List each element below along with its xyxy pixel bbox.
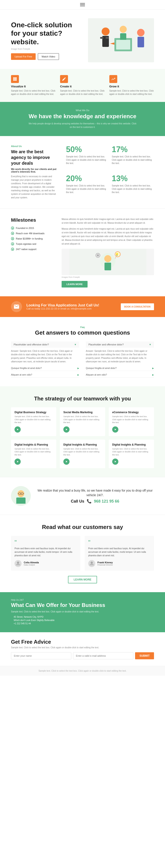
feature-icon-2 <box>109 75 117 83</box>
get-advice-section: Get Free Advice Sample text. Click to se… <box>0 632 165 666</box>
team-card-title-4: Digital Insights & Planning <box>63 443 102 446</box>
author-info-1: Frank Kinney Financial Director <box>97 561 113 566</box>
faq-question-1[interactable]: Placeholder and offensive dolor? ▼ <box>86 341 154 348</box>
faq-question-0[interactable]: Placeholder and offensive dolor? ▼ <box>11 341 79 348</box>
faq-answer-1: Answer: Sample text. Click to select the… <box>86 349 154 364</box>
cta-banner-section: Looking For Visa Applications Just Call … <box>0 296 165 317</box>
svg-rect-4 <box>106 37 109 39</box>
testimonial-text-0: Proin sed libero enim sed faucibus turpi… <box>14 547 77 557</box>
faq-grid: Placeholder and offensive dolor? ▼ Answe… <box>11 341 154 377</box>
feature-desc-1: Sample text. Click to select the text bo… <box>60 89 105 96</box>
quote-mark-1: " <box>88 539 151 546</box>
hero-image <box>85 18 154 62</box>
advice-email-input[interactable] <box>73 652 133 659</box>
hero-illustration <box>88 18 154 62</box>
help-small-label: Help Us 24/7 <box>11 599 154 601</box>
team-card-btn-3[interactable] <box>14 459 21 465</box>
hero-image-label: Image from Freepik <box>11 48 80 50</box>
faq-sub2-left[interactable]: Aliquam at sem odio? ▶ <box>11 372 79 377</box>
svg-point-14 <box>104 255 111 262</box>
svg-rect-8 <box>137 37 144 47</box>
feature-title-1: Create it <box>60 85 105 88</box>
feature-title-0: Visualize It <box>11 85 56 88</box>
team-card-desc-2: Sample text. Click to select the text bo… <box>112 415 151 424</box>
faq-column-right: Placeholder and offensive dolor? ▼ Answe… <box>86 341 154 377</box>
watch-video-button[interactable]: Watch Video <box>38 53 59 60</box>
advice-submit-button[interactable]: SUBMIT <box>135 652 154 659</box>
team-card-btn-0[interactable] <box>14 426 21 433</box>
milestones-image-label: Images from Freepik <box>62 276 154 278</box>
testimonial-card-1: " Proin sed libero enim sed faucibus tur… <box>85 536 154 570</box>
team-card-title-0: Digital Business Strategy <box>14 411 53 414</box>
milestone-dot-1 <box>11 232 14 235</box>
milestones-right: Massa ultricies mi quis hendrerit dolor … <box>62 217 154 287</box>
milestone-dot-4 <box>11 248 14 251</box>
hero-title: One-click solution for your static? webs… <box>11 21 80 46</box>
hamburger-menu[interactable] <box>80 3 85 6</box>
help-section: Help Us 24/7 What Can We Offer for Your … <box>0 592 165 632</box>
testimonials-footer: LEARN MORE <box>11 576 154 583</box>
team-card-btn-4[interactable] <box>63 459 69 465</box>
milestone-item-0: Founded in 2015 <box>11 226 55 229</box>
teamwork-title: The strategy of our teamwork with you <box>11 395 154 402</box>
help-title: What Can We Offer for Your Business <box>11 602 154 608</box>
team-card-0: Digital Business Strategy Sample text. C… <box>11 407 56 436</box>
milestones-text2: Massa ultricies mi quis hendrerit dolor … <box>62 227 154 246</box>
what-we-do-desc: We help people design & develop amazing … <box>28 122 137 129</box>
feature-item-1: Create it Sample text. Click to select t… <box>60 75 105 96</box>
stat-item-3: 13% Sample text. Click to select the tex… <box>112 174 154 199</box>
faq-sub1-right[interactable]: Quisque fringilla sit amet dolor? ▶ <box>86 366 154 371</box>
milestones-left: Milestones Founded in 2015 Reach over 4M… <box>11 217 55 287</box>
svg-point-28 <box>17 562 19 564</box>
feature-icon-0 <box>11 75 19 83</box>
feature-desc-0: Sample text. Click to select the text bo… <box>11 89 56 96</box>
about-right: 50% Sample text. Click to select the tex… <box>66 145 154 199</box>
team-card-title-3: Digital Insights & Planning <box>14 443 53 446</box>
team-card-btn-1[interactable] <box>63 426 69 433</box>
features-section: Visualize It Sample text. Click to selec… <box>0 69 165 102</box>
hero-buttons: Upload For Free Watch Video <box>11 53 80 60</box>
author-info-0: Celia Almeda Data Analyst <box>24 561 39 566</box>
team-card-btn-2[interactable] <box>112 426 118 433</box>
faq-label: Faq <box>11 326 154 329</box>
faq-section: Faq Get answers to common questions Plac… <box>0 317 165 386</box>
learn-more-button[interactable]: LEARN MORE <box>62 281 88 287</box>
author-name-0: Celia Almeda <box>24 561 39 564</box>
milestone-item-2: Raise $108M+ in funding <box>11 237 55 240</box>
about-body: Everything that is necessary to create a… <box>11 175 59 199</box>
testimonial-author-1: Frank Kinney Financial Director <box>88 560 151 567</box>
team-card-title-5: Digital Insights & Planning <box>112 443 151 446</box>
milestones-illustration: 💡 <box>62 249 154 275</box>
stat-item-2: 20% Sample text. Click to select the tex… <box>66 174 108 199</box>
testimonials-title: Read what our customers say <box>11 524 154 530</box>
stat-desc-1: Sample text. Click to select the text bo… <box>112 155 154 165</box>
team-card-desc-0: Sample text. Click to select the text bo… <box>14 415 53 424</box>
faq-sub-arrow-0: ▶ <box>77 367 79 369</box>
author-title-0: Data Analyst <box>24 564 39 566</box>
testimonials-learn-more[interactable]: LEARN MORE <box>68 576 97 583</box>
contact-cta-section: We realize that you lead a busy life, so… <box>0 477 165 515</box>
faq-column-left: Placeholder and offensive dolor? ▼ Answe… <box>11 341 79 377</box>
team-card-desc-5: Sample text. Click to select the text bo… <box>112 447 151 457</box>
team-card-2: eCommerce Strategy Sample text. Click to… <box>109 407 154 436</box>
svg-rect-3 <box>100 37 103 39</box>
help-list-item-0: 45 Street, Network City, NYPD <box>11 616 154 618</box>
milestones-title: Milestones <box>11 217 55 223</box>
advice-name-input[interactable] <box>11 652 71 659</box>
faq-title: Get answers to common questions <box>11 329 154 336</box>
upload-free-button[interactable]: Upload For Free <box>11 53 36 60</box>
testimonials-section: Read what our customers say " Proin sed … <box>0 515 165 592</box>
testimonial-author-0: Celia Almeda Data Analyst <box>14 560 77 567</box>
book-consultation-button[interactable]: BOOK A CONSULTATION <box>121 303 154 310</box>
svg-point-29 <box>91 562 93 564</box>
contact-text: We realize that you lead a busy life, so… <box>36 488 154 504</box>
testimonial-card-0: " Proin sed libero enim sed faucibus tur… <box>11 536 80 570</box>
faq-sub2-right[interactable]: Aliquam at sem odio? ▶ <box>86 372 154 377</box>
cta-icon <box>11 301 22 312</box>
faq-sub1-left[interactable]: Quisque fringilla sit amet dolor? ▶ <box>11 366 79 371</box>
hero-section: One-click solution for your static? webs… <box>0 9 165 69</box>
faq-chevron-0: ▼ <box>74 343 76 346</box>
team-card-btn-5[interactable] <box>112 459 118 465</box>
testimonials-grid: " Proin sed libero enim sed faucibus tur… <box>11 536 154 570</box>
team-card-4: Digital Insights & Planning Sample text.… <box>60 440 105 468</box>
